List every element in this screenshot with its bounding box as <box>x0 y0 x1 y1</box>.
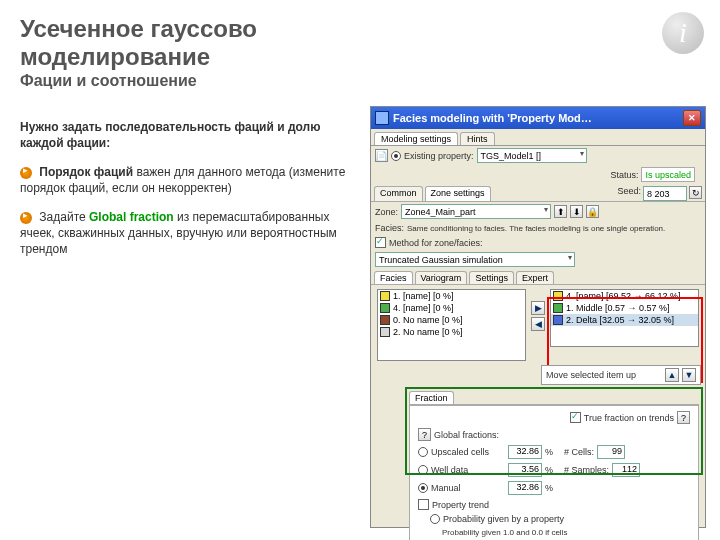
probgiven-radio <box>430 514 440 524</box>
zone-lock-icon[interactable]: 🔒 <box>586 205 599 218</box>
move-down-button[interactable]: ▼ <box>682 368 696 382</box>
left-column: Нужно задать последовательность фаций и … <box>20 120 360 271</box>
tab-settings[interactable]: Settings <box>469 271 514 284</box>
tab-zone-settings[interactable]: Zone settings <box>425 186 491 201</box>
intro-text: Нужно задать последовательность фаций и … <box>20 120 360 151</box>
tab-facies[interactable]: Facies <box>374 271 413 284</box>
propertytrend-checkbox[interactable] <box>418 499 429 510</box>
tab-modeling-settings[interactable]: Modeling settings <box>374 132 458 145</box>
bullet-2: Задайте Global fraction из перемасштабир… <box>20 210 360 257</box>
window-title: Facies modeling with 'Property Mod… <box>393 112 683 124</box>
list-item: 0. No name [0 %] <box>378 314 525 326</box>
tab-hints[interactable]: Hints <box>460 132 495 145</box>
slide-title: Усеченное гауссовомоделирование <box>20 15 700 70</box>
slide-subtitle: Фации и соотношение <box>20 72 700 90</box>
existing-label: Existing property: <box>404 151 474 161</box>
app-icon <box>375 111 389 125</box>
list-item: 1. [name] [0 %] <box>378 290 525 302</box>
tab-variogram[interactable]: Variogram <box>415 271 468 284</box>
window-titlebar[interactable]: Facies modeling with 'Property Mod… ✕ <box>371 107 705 129</box>
zone-prev-icon[interactable]: ⬆ <box>554 205 567 218</box>
bullet-1: Порядок фаций важен для данного метода (… <box>20 165 360 196</box>
manual-label: Manual <box>431 483 505 493</box>
dialog-window: Facies modeling with 'Property Mod… ✕ Mo… <box>370 106 706 528</box>
new-button[interactable]: 📄 <box>375 149 388 162</box>
manual-value[interactable]: 32.86 <box>508 481 542 495</box>
move-item-panel: Move selected item up ▲ ▼ <box>541 365 701 385</box>
tab-common[interactable]: Common <box>374 186 423 201</box>
seed-label: Seed: <box>617 186 641 201</box>
method-label: Method for zone/facies: <box>389 238 483 248</box>
bullet-icon <box>20 212 32 224</box>
list-item: 2. No name [0 %] <box>378 326 525 338</box>
main-tabs: Modeling settings Hints <box>371 129 705 146</box>
facies-label: Facies: <box>375 223 404 233</box>
move-label: Move selected item up <box>546 370 662 380</box>
seed-input[interactable]: 8 203 <box>643 186 687 201</box>
existing-radio[interactable] <box>391 151 401 161</box>
probgiven-label: Probability given by a property <box>443 514 564 524</box>
bullet-icon <box>20 167 32 179</box>
remove-facies-button[interactable]: ◀ <box>531 317 545 331</box>
callout-fraction-highlight <box>405 387 703 475</box>
move-up-button[interactable]: ▲ <box>665 368 679 382</box>
method-checkbox[interactable] <box>375 237 386 248</box>
existing-property-select[interactable]: TGS_Model1 [] <box>477 148 587 163</box>
available-facies-list[interactable]: 1. [name] [0 %] 4. [name] [0 %] 0. No na… <box>377 289 526 361</box>
seed-refresh-icon[interactable]: ↻ <box>689 186 702 199</box>
zone-next-icon[interactable]: ⬇ <box>570 205 583 218</box>
zone-label: Zone: <box>375 207 398 217</box>
status-label: Status: <box>610 170 638 180</box>
facies-note: Same conditioning to facies. The facies … <box>407 224 701 233</box>
list-item: 4. [name] [0 %] <box>378 302 525 314</box>
close-icon[interactable]: ✕ <box>683 110 701 126</box>
add-facies-button[interactable]: ▶ <box>531 301 545 315</box>
propertytrend-label: Property trend <box>432 500 489 510</box>
status-value: Is upscaled <box>641 167 695 182</box>
probnote: Probability given 1.0 and 0.0 if cells <box>442 528 567 537</box>
manual-radio[interactable] <box>418 483 428 493</box>
tab-expert[interactable]: Expert <box>516 271 554 284</box>
zone-select[interactable]: Zone4_Main_part <box>401 204 551 219</box>
info-icon: i <box>662 12 704 54</box>
method-select[interactable]: Truncated Gaussian simulation <box>375 252 575 267</box>
